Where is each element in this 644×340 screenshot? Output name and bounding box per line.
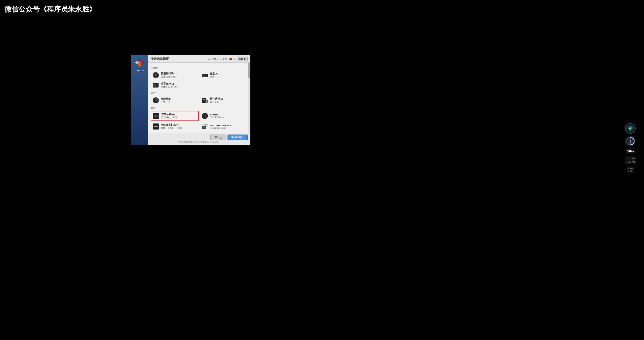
install-destination-icon — [153, 112, 160, 119]
upload-stat: ↑ 0.8 K/s — [626, 157, 635, 160]
security-policy-title: SECURITY POLICY — [210, 124, 232, 127]
svg-rect-17 — [204, 75, 204, 76]
flag-icon: 🇨🇳 — [229, 58, 232, 60]
centos-logo: CentOS — [135, 58, 145, 72]
content-area[interactable]: 本地化 日期和时间(T) — [148, 63, 250, 133]
install-source-text: 安装源(I) 本地介质 — [161, 97, 171, 104]
svg-point-49 — [205, 124, 208, 126]
cpu-unit: % — [630, 170, 632, 172]
centos-version-title: CENTOS 7 安装 — [208, 57, 228, 61]
language-text: 语言支持(L) 简体中文（中国） — [161, 82, 179, 89]
system-tray: 56% ↑ 0.8 K/s ↓ 6.8 K/s CPU 4 % — [625, 123, 636, 173]
quit-button[interactable]: 退出(Q) — [210, 135, 225, 140]
software-header: 软件 — [151, 91, 248, 95]
cpu-label: CPU — [628, 167, 633, 170]
install-source-icon — [152, 97, 159, 104]
install-title: 安装信息摘要 — [151, 57, 169, 61]
install-destination-title: 安装位置(D) — [161, 113, 177, 116]
network-title: 网络和主机名(N) — [161, 123, 182, 127]
svg-rect-15 — [206, 74, 206, 75]
svg-rect-48 — [204, 127, 204, 128]
network-text: 网络和主机名(N) 有线（ens33）已连接 — [161, 123, 182, 130]
localization-header: 本地化 — [151, 66, 248, 70]
svg-point-51 — [626, 137, 635, 145]
title-bar: 安装信息摘要 CENTOS 7 安装 🇨🇳 cn 帮助！ — [148, 55, 250, 63]
software-selection-subtitle: 最小安装 — [210, 101, 223, 104]
centos-logo-icon — [135, 58, 145, 68]
language-item[interactable]: あ 语言支持(L) 简体中文（中国） — [151, 81, 199, 90]
svg-rect-33 — [203, 101, 205, 101]
watermark-text: 微信公众号《程序员朱永胜》 — [5, 5, 96, 14]
scroll-thumb[interactable] — [248, 63, 250, 78]
software-selection-icon — [201, 97, 208, 104]
svg-rect-31 — [203, 99, 205, 100]
kdump-icon — [201, 112, 208, 119]
keyboard-item[interactable]: 键盘(K) 汉语 — [200, 71, 248, 80]
kdump-text: KDUMP 已启用 Kdump — [210, 113, 224, 119]
start-install-button[interactable]: 开始安装(B) — [228, 135, 248, 140]
svg-rect-22 — [154, 84, 156, 84]
svg-point-10 — [156, 75, 156, 76]
cpu-value: 4 — [628, 170, 629, 172]
title-right: CENTOS 7 安装 🇨🇳 cn 帮助！ — [208, 57, 248, 61]
svg-text:あ: あ — [155, 85, 157, 87]
scroll-track[interactable] — [248, 63, 250, 133]
install-destination-item[interactable]: 安装位置(D) 已选择自动分区 — [151, 111, 199, 121]
keyboard-title: 键盘(K) — [210, 72, 218, 75]
download-unit: K/s — [632, 161, 635, 163]
install-destination-subtitle: 已选择自动分区 — [161, 116, 177, 119]
help-button[interactable]: 帮助！ — [237, 57, 248, 61]
security-policy-text: SECURITY POLICY No content found — [210, 124, 232, 129]
upload-unit: K/s — [632, 157, 635, 160]
network-subtitle: 有线（ens33）已连接 — [161, 127, 182, 130]
tray-circular-icon[interactable] — [625, 136, 636, 146]
security-policy-subtitle: No content found — [210, 127, 232, 129]
svg-rect-38 — [155, 115, 158, 117]
cpu-percent-text: 56% — [627, 149, 634, 153]
network-item[interactable]: 网络和主机名(N) 有线（ens33）已连接 — [151, 122, 199, 131]
bottom-bar: 退出(Q) 开始安装(B) 在点击'开始安装'按钮前我们不会操作您的磁盘。 — [148, 133, 250, 145]
upload-speed: 0.8 — [628, 157, 631, 160]
keyboard-text: 键盘(K) 汉语 — [210, 72, 218, 78]
system-header: 系统 — [151, 106, 248, 110]
security-policy-item[interactable]: SECURITY POLICY No content found — [200, 122, 248, 131]
bottom-note: 在点击'开始安装'按钮前我们不会操作您的磁盘。 — [151, 141, 248, 144]
download-speed: 6.8 — [628, 161, 631, 163]
system-grid: 安装位置(D) 已选择自动分区 KD — [151, 111, 248, 131]
tray-cpu-display[interactable]: 56% — [625, 148, 636, 154]
keyboard-subtitle: 汉语 — [210, 75, 218, 78]
kdump-title: KDUMP — [210, 113, 224, 116]
language-icon: あ — [152, 82, 159, 89]
svg-rect-16 — [203, 75, 203, 76]
kdump-item[interactable]: KDUMP 已启用 Kdump — [200, 111, 248, 121]
install-source-item[interactable]: 安装源(I) 本地介质 — [151, 96, 199, 105]
tray-shield-icon[interactable] — [625, 123, 636, 134]
language-title: 语言支持(L) — [161, 82, 179, 86]
kdump-subtitle: 已启用 Kdump — [210, 116, 224, 119]
install-source-subtitle: 本地介质 — [161, 101, 171, 104]
cpu-stat: CPU 4 % — [627, 166, 634, 173]
install-source-title: 安装源(I) — [161, 97, 171, 101]
sidebar: CentOS — [131, 55, 148, 145]
install-destination-text: 安装位置(D) 已选择自动分区 — [161, 113, 177, 119]
svg-rect-20 — [203, 76, 207, 76]
network-stats: ↑ 0.8 K/s ↓ 6.8 K/s — [625, 156, 636, 164]
datetime-subtitle: 亚洲/上海 时区 — [161, 75, 176, 78]
lang-selector[interactable]: 🇨🇳 cn — [229, 58, 235, 60]
svg-point-50 — [206, 125, 207, 126]
software-grid: 安装源(I) 本地介质 — [151, 96, 248, 105]
software-selection-text: 软件选择(S) 最小安装 — [210, 97, 223, 104]
datetime-title: 日期和时间(T) — [161, 72, 176, 75]
software-selection-title: 软件选择(S) — [210, 97, 223, 101]
security-policy-icon — [201, 123, 208, 130]
svg-rect-12 — [203, 74, 203, 75]
svg-rect-14 — [205, 74, 205, 75]
svg-rect-19 — [206, 75, 206, 76]
software-selection-item[interactable]: 软件选择(S) 最小安装 — [200, 96, 248, 105]
datetime-icon — [152, 72, 159, 79]
download-stat: ↓ 6.8 K/s — [626, 160, 635, 164]
datetime-item[interactable]: 日期和时间(T) 亚洲/上海 时区 — [151, 71, 199, 80]
svg-point-29 — [156, 100, 156, 101]
svg-rect-13 — [204, 74, 204, 75]
svg-rect-24 — [154, 86, 155, 86]
